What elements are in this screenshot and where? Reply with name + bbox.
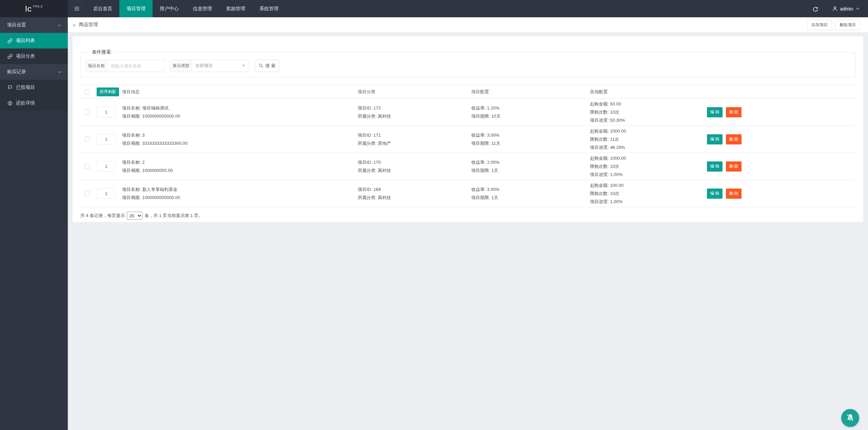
table-row: 项目名称: 2项目规模: 1000000000.00 项目ID: 170所属分类… [80, 153, 855, 180]
cell-line: 所属分类: 高科技 [358, 112, 471, 120]
sidebar-item-purchase-records[interactable]: 购买记录 [0, 64, 68, 80]
nav-item-label: 奖励管理 [226, 6, 245, 12]
row-checkbox[interactable] [85, 191, 90, 196]
nav-item-info-management[interactable]: 信息管理 [186, 0, 219, 17]
top-navbar: lc TP5.3 后台首页 项目管理 用户中心 信息管理 奖励管理 系统管理 a… [0, 0, 868, 17]
nav-item-label: 系统管理 [259, 6, 278, 12]
cell-line: 限购次数: 11次 [590, 135, 707, 143]
sidebar-item-project-category[interactable]: 项目分类 [0, 48, 68, 64]
cell-line: 收益率: 1.20% [471, 104, 590, 112]
sort-refresh-button[interactable]: 排序刷新 [97, 87, 119, 96]
delete-project-button[interactable]: 删除项目 [835, 20, 860, 30]
cell-line: 限购次数: 10次 [590, 108, 707, 116]
logo-version: TP5.3 [33, 5, 43, 8]
main-menu: 后台首页 项目管理 用户中心 信息管理 奖励管理 系统管理 [86, 0, 285, 17]
search-button[interactable]: 搜 索 [255, 60, 279, 72]
sidebar-item-project-settings[interactable]: 项目设置 [0, 17, 68, 33]
project-name-label: 项目名称 [85, 60, 107, 72]
pagination-prefix: 共 4 条记录，每页显示 [80, 213, 125, 219]
cell-line: 项目规模: 3333333333333300.00 [122, 139, 358, 148]
cell-line: 起购金额: 100.00 [590, 181, 707, 190]
config-cell: 收益率: 3.00%项目期限: 11天 [471, 131, 590, 148]
user-icon [832, 6, 838, 12]
delete-button[interactable]: 删 除 [726, 134, 742, 144]
order-input[interactable] [97, 107, 116, 117]
nav-item-label: 后台首页 [93, 6, 112, 12]
refresh-icon[interactable] [806, 0, 825, 17]
row-checkbox[interactable] [85, 110, 90, 115]
config-cell: 收益率: 1.20%项目期限: 10天 [471, 104, 590, 120]
sidebar: 项目设置 项目列表 项目分类 购买记录 已投项目 还款详情 [0, 17, 68, 430]
cell-line: 项目ID: 170 [358, 158, 471, 167]
edit-button[interactable]: 编 辑 [707, 189, 723, 199]
config-cell: 收益率: 3.00%项目期限: 1天 [471, 185, 590, 202]
content-card: 条件搜索 项目名称 展示类型 全部项目 搜 索 [73, 36, 863, 222]
table-row: 项目名称: 新人专享福利基金项目规模: 1000000000000.00 项目I… [80, 180, 855, 207]
other-config-cell: 起购金额: 50.00限购次数: 10次项目进度: 50.30% [590, 100, 707, 124]
cell-line: 项目期限: 1天 [471, 167, 590, 175]
nav-item-project-management[interactable]: 项目管理 [119, 0, 153, 17]
cell-line: 项目进度: 50.30% [590, 116, 707, 124]
display-type-value: 全部项目 [195, 63, 213, 69]
cell-line: 项目进度: 1.00% [590, 198, 707, 206]
category-cell: 项目ID: 172所属分类: 高科技 [358, 104, 471, 120]
order-input[interactable] [97, 161, 116, 172]
nav-item-label: 用户中心 [160, 6, 179, 12]
sidebar-item-invested-projects[interactable]: 已投项目 [0, 80, 68, 95]
delete-button[interactable]: 删 除 [726, 161, 742, 172]
nav-item-reward-management[interactable]: 奖励管理 [219, 0, 252, 17]
projects-table: 排序刷新 项目信息 项目分类 项目配置 其他配置 项目名称: 项目编辑测试项目规… [80, 85, 855, 207]
page-title: 商品管理 [79, 22, 98, 28]
cell-line: 收益率: 2.00% [471, 158, 590, 167]
user-menu[interactable]: admin [825, 0, 868, 17]
nav-item-label: 信息管理 [193, 6, 212, 12]
display-type-select[interactable]: 全部项目 [192, 60, 249, 72]
sidebar-item-label: 项目列表 [16, 38, 35, 44]
sidebar-item-project-list[interactable]: 项目列表 [0, 33, 68, 48]
edit-button[interactable]: 编 辑 [707, 134, 723, 144]
order-input[interactable] [97, 134, 116, 144]
sidebar-item-label: 还款详情 [16, 100, 35, 106]
nav-item-backend-home[interactable]: 后台首页 [86, 0, 119, 17]
project-name-input[interactable] [107, 60, 165, 72]
hamburger-icon[interactable] [68, 0, 86, 17]
cell-line: 项目ID: 171 [358, 131, 471, 139]
info-cell: 项目名称: 新人专享福利基金项目规模: 1000000000000.00 [122, 185, 358, 202]
add-project-button[interactable]: 添加项目 [807, 20, 832, 30]
cell-line: 限购次数: 10次 [590, 162, 707, 171]
row-checkbox[interactable] [85, 137, 90, 142]
dollar-icon [7, 100, 13, 106]
page-size-select[interactable]: 20 [127, 212, 142, 220]
sidebar-item-label: 项目设置 [7, 22, 26, 28]
username-label: admin [840, 6, 853, 12]
table-row: 项目名称: 项目编辑测试项目规模: 1000000000000.00 项目ID:… [80, 99, 855, 126]
select-all-checkbox[interactable] [85, 89, 90, 94]
cell-line: 项目名称: 新人专享福利基金 [122, 185, 358, 194]
caret-down-icon [242, 65, 245, 67]
edit-button[interactable]: 编 辑 [707, 161, 723, 172]
nav-item-user-center[interactable]: 用户中心 [153, 0, 186, 17]
table-body: 项目名称: 项目编辑测试项目规模: 1000000000000.00 项目ID:… [80, 99, 855, 207]
row-checkbox[interactable] [85, 164, 90, 169]
info-cell: 项目名称: 3项目规模: 3333333333333300.00 [122, 131, 358, 148]
sidebar-item-repayment-details[interactable]: 还款详情 [0, 95, 68, 111]
order-input[interactable] [97, 188, 116, 199]
pagination-suffix: 条，共 1 页当前显示第 1 页。 [144, 213, 203, 219]
sidebar-item-label: 项目分类 [16, 53, 35, 59]
cell-line: 项目规模: 1000000000000.00 [122, 194, 358, 202]
category-cell: 项目ID: 170所属分类: 高科技 [358, 158, 471, 175]
nav-item-system-management[interactable]: 系统管理 [252, 0, 285, 17]
cell-line: 项目名称: 3 [122, 131, 358, 139]
delete-button[interactable]: 删 除 [726, 189, 742, 199]
edit-button[interactable]: 编 辑 [707, 107, 723, 117]
magnifier-icon [258, 63, 264, 69]
table-header: 排序刷新 项目信息 项目分类 项目配置 其他配置 [80, 85, 855, 99]
cell-line: 项目规模: 1000000000.00 [122, 167, 358, 175]
cell-line: 所属分类: 房地产 [358, 139, 471, 148]
cell-line: 收益率: 3.00% [471, 185, 590, 194]
bell-slash-icon [846, 413, 855, 423]
cell-line: 项目进度: 46.29% [590, 143, 707, 152]
mute-notifications-button[interactable] [841, 409, 859, 427]
cell-line: 项目期限: 11天 [471, 139, 590, 148]
delete-button[interactable]: 删 除 [726, 107, 742, 117]
